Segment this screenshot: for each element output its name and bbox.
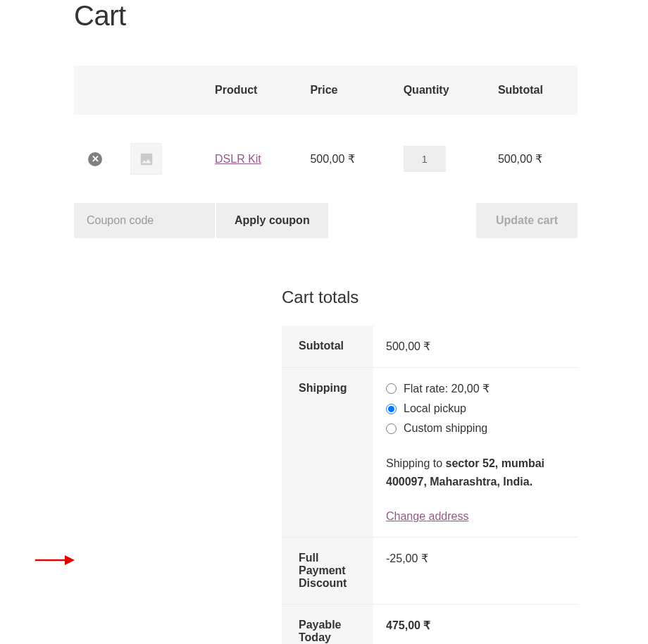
close-icon: ✕ [92,154,99,163]
quantity-input[interactable] [404,146,446,172]
shipping-radio-flat-rate[interactable] [386,383,397,394]
payable-today-value: 475,00 ₹ [373,605,578,644]
local-pickup-label: Local pickup [404,402,466,415]
col-subtotal-header: Subtotal [484,66,578,115]
cart-item-row: ✕ DSLR Kit 500,00 ₹ 500,00 ₹ [74,115,578,203]
product-thumbnail[interactable] [130,143,162,175]
discount-value: -25,00 ₹ [373,538,578,605]
shipping-label: Shipping [282,368,373,538]
flat-rate-price: 20,00 ₹ [451,383,490,395]
custom-shipping-label: Custom shipping [404,422,487,435]
subtotal-value: 500,00 ₹ [373,326,578,368]
shipping-destination: Shipping to sector 52, mumbai 400097, Ma… [386,454,565,490]
coupon-code-input[interactable] [74,203,215,238]
discount-label: Full Payment Discount [282,538,373,605]
cart-table: Product Price Quantity Subtotal ✕ DSLR K… [74,66,578,238]
update-cart-button[interactable]: Update cart [476,203,578,238]
cart-totals-table: Subtotal 500,00 ₹ Shipping Flat rate: 20… [282,326,578,644]
col-product-header: Product [201,66,296,115]
product-subtotal: 500,00 ₹ [484,115,578,203]
product-name-link[interactable]: DSLR Kit [215,153,261,165]
col-remove-header [74,66,116,115]
annotation-arrow-icon [34,554,76,566]
shipping-option-flat-rate: Flat rate: 20,00 ₹ [386,382,565,395]
shipping-option-local-pickup: Local pickup [386,402,565,415]
col-thumb-header [116,66,201,115]
col-price-header: Price [296,66,389,115]
shipping-option-custom: Custom shipping [386,422,565,435]
subtotal-label: Subtotal [282,326,373,368]
payable-today-label: Payable Today [282,605,373,644]
shipping-radio-local-pickup[interactable] [386,404,397,414]
apply-coupon-button[interactable]: Apply coupon [216,203,328,238]
shipping-options-list: Flat rate: 20,00 ₹ Local pickup Custom s… [386,382,565,435]
placeholder-image-icon [139,151,154,167]
shipping-radio-custom[interactable] [386,423,397,434]
col-quantity-header: Quantity [390,66,484,115]
remove-item-button[interactable]: ✕ [88,152,102,166]
svg-marker-1 [65,555,75,565]
change-address-link[interactable]: Change address [386,510,468,522]
page-title: Cart [74,0,578,32]
product-price: 500,00 ₹ [296,115,389,203]
flat-rate-label: Flat rate: [404,383,451,395]
cart-totals-title: Cart totals [282,287,578,307]
